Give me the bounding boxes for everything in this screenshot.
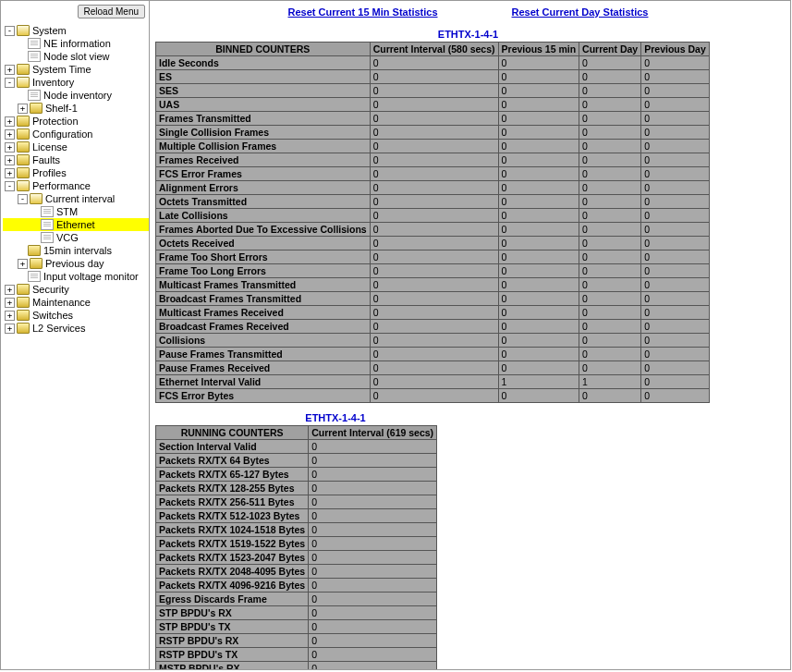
expand-icon[interactable]: +	[5, 168, 15, 178]
counter-value: 0	[498, 348, 579, 361]
counter-value: 0	[370, 167, 498, 181]
expand-icon[interactable]: +	[18, 104, 28, 114]
counter-value: 0	[579, 98, 641, 112]
expand-icon[interactable]: +	[5, 129, 15, 140]
counter-value: 0	[309, 648, 437, 662]
folder-closed-icon	[17, 141, 30, 153]
tree-item-current-interval[interactable]: -Current interval	[3, 192, 149, 205]
counter-value: 0	[579, 389, 641, 403]
counter-name: Packets RX/TX 2048-4095 Bytes	[156, 565, 309, 579]
tree-item-system-time[interactable]: +System Time	[3, 63, 149, 76]
counter-name: Idle Seconds	[156, 56, 371, 70]
counter-value: 0	[641, 278, 710, 292]
binned-counters-table: BINNED COUNTERSCurrent Interval (580 sec…	[155, 42, 710, 403]
counter-value: 0	[309, 537, 437, 551]
tree-item-label: Node slot view	[43, 51, 110, 62]
tree-item-maintenance[interactable]: +Maintenance	[3, 296, 149, 309]
reset-15min-link[interactable]: Reset Current 15 Min Statistics	[288, 6, 438, 18]
expand-icon[interactable]: +	[18, 259, 28, 269]
tree-item-label: Current interval	[45, 193, 115, 204]
folder-closed-icon	[17, 167, 30, 178]
table-row: Frame Too Long Errors0000	[156, 264, 710, 278]
page-icon	[28, 38, 41, 49]
tree-item-ethernet[interactable]: Ethernet	[3, 218, 149, 231]
counter-name: RSTP BPDU's RX	[156, 634, 309, 648]
collapse-icon[interactable]: -	[18, 194, 28, 204]
counter-name: Frames Transmitted	[156, 112, 371, 126]
counter-value: 0	[309, 468, 437, 482]
collapse-icon[interactable]: -	[5, 78, 15, 88]
expand-icon[interactable]: +	[5, 324, 15, 334]
tree-item-node-slot-view[interactable]: Node slot view	[3, 50, 149, 63]
expand-icon[interactable]: +	[5, 311, 15, 321]
expand-icon[interactable]: +	[5, 285, 15, 295]
tree-item-performance[interactable]: -Performance	[3, 179, 149, 192]
tree-item-previous-day[interactable]: +Previous day	[3, 257, 149, 270]
reload-menu-button[interactable]: Reload Menu	[78, 5, 145, 18]
tree-item-15min-intervals[interactable]: 15min intervals	[3, 244, 149, 257]
counter-value: 0	[370, 389, 498, 403]
counter-name: Frames Received	[156, 153, 371, 167]
tree-item-shelf-1[interactable]: +Shelf-1	[3, 102, 149, 115]
tree-item-vcg[interactable]: VCG	[3, 231, 149, 244]
counter-value: 0	[579, 334, 641, 348]
counter-value: 0	[579, 320, 641, 334]
expand-icon[interactable]: +	[5, 142, 15, 153]
table-row: MSTP BPDU's RX0	[156, 662, 437, 670]
tree-item-inventory[interactable]: -Inventory	[3, 76, 149, 89]
counter-value: 0	[498, 209, 579, 223]
counter-value: 0	[579, 195, 641, 209]
tree-item-node-inventory[interactable]: Node inventory	[3, 89, 149, 102]
tree-item-ne-information[interactable]: NE information	[3, 37, 149, 50]
counter-value: 0	[370, 278, 498, 292]
counter-value: 0	[498, 56, 579, 70]
counter-value: 0	[370, 334, 498, 348]
page-icon	[28, 90, 41, 101]
tree-item-label: Security	[32, 284, 69, 295]
tree-item-switches[interactable]: +Switches	[3, 309, 149, 322]
counter-value: 0	[498, 167, 579, 181]
page-icon	[41, 232, 54, 243]
tree-item-protection[interactable]: +Protection	[3, 115, 149, 128]
counter-name: Octets Transmitted	[156, 195, 371, 209]
counter-value: 0	[641, 375, 710, 389]
counter-value: 0	[498, 84, 579, 98]
page-icon	[41, 206, 54, 217]
tree-item-system[interactable]: -System	[3, 24, 149, 37]
counter-value: 0	[498, 112, 579, 126]
counter-value: 0	[579, 348, 641, 361]
tree-item-security[interactable]: +Security	[3, 283, 149, 296]
collapse-icon[interactable]: -	[5, 181, 15, 191]
table-row: RSTP BPDU's TX0	[156, 648, 437, 662]
counter-value: 0	[579, 56, 641, 70]
tree-item-input-voltage-monitor[interactable]: Input voltage monitor	[3, 270, 149, 283]
tree-item-profiles[interactable]: +Profiles	[3, 166, 149, 179]
table-row: Packets RX/TX 128-255 Bytes0	[156, 482, 437, 495]
reset-day-link[interactable]: Reset Current Day Statistics	[512, 6, 649, 18]
counter-value: 0	[579, 153, 641, 167]
counter-name: Packets RX/TX 256-511 Bytes	[156, 495, 309, 509]
folder-open-icon	[17, 25, 30, 36]
expand-icon[interactable]: +	[5, 65, 15, 75]
counter-name: Packets RX/TX 1024-1518 Bytes	[156, 523, 309, 537]
table-row: FCS Error Bytes0000	[156, 389, 710, 403]
tree-item-faults[interactable]: +Faults	[3, 153, 149, 166]
table-row: Alignment Errors0000	[156, 181, 710, 195]
counter-value: 0	[370, 126, 498, 140]
collapse-icon[interactable]: -	[5, 26, 15, 36]
counter-value: 0	[498, 195, 579, 209]
folder-closed-icon	[17, 323, 30, 334]
expand-icon[interactable]: +	[5, 298, 15, 308]
tree-item-license[interactable]: +License	[3, 141, 149, 153]
tree-item-stm[interactable]: STM	[3, 205, 149, 218]
folder-closed-icon	[17, 297, 30, 308]
tree-item-configuration[interactable]: +Configuration	[3, 128, 149, 141]
counter-name: Broadcast Frames Transmitted	[156, 292, 371, 306]
counter-value: 0	[641, 153, 710, 167]
expand-icon[interactable]: +	[5, 116, 15, 127]
expand-icon[interactable]: +	[5, 155, 15, 165]
counter-value: 0	[641, 348, 710, 361]
tree-item-label: NE information	[43, 38, 111, 49]
tree-item-l2-services[interactable]: +L2 Services	[3, 322, 149, 335]
counter-name: Pause Frames Transmitted	[156, 348, 371, 361]
